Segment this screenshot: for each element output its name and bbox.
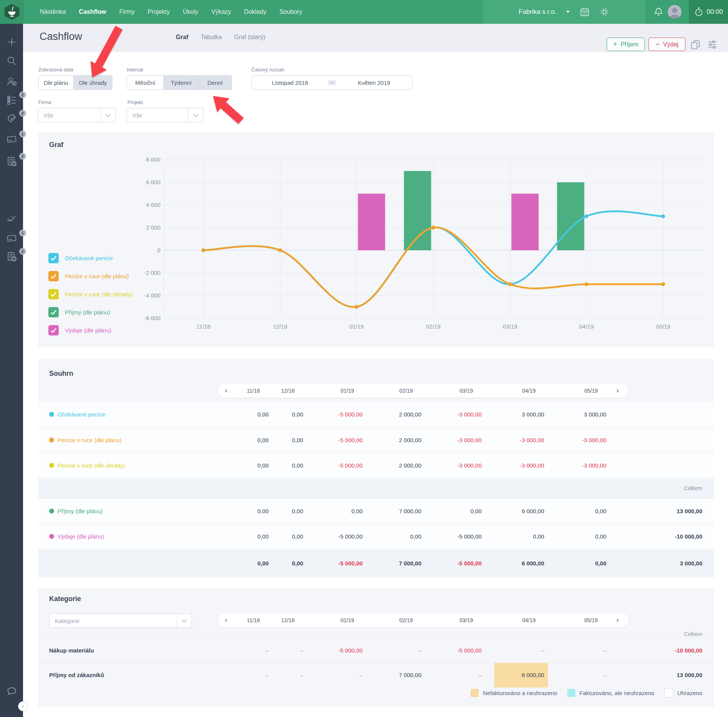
tab-tabulka[interactable]: Tabulka: [201, 34, 222, 41]
chart-panel: Graf Očekávané penízePeníze v ruce (dle …: [38, 132, 714, 347]
time-tracker[interactable]: 00:00: [689, 0, 728, 24]
celkem-header: Celkem: [684, 631, 702, 637]
row-dot: [49, 463, 54, 468]
company-selector[interactable]: Fabrika s.r.o.: [518, 8, 556, 16]
payment-legend-nefakturovano-a-neuhrazeno: Nefakturováno a neuhrazeno: [470, 689, 557, 697]
tab-graf-stary[interactable]: Graf (starý): [234, 34, 265, 41]
cell: -5 000,00: [297, 638, 363, 663]
data-mode-option-dle-planu[interactable]: Dle plánu: [39, 76, 73, 89]
gear-icon[interactable]: [599, 7, 610, 17]
workspace-band: Fabrika s.r.o.: [483, 0, 645, 24]
row-dot: [49, 438, 54, 443]
cell: 0,00: [541, 549, 606, 578]
sidebar-search-icon[interactable]: [0, 56, 23, 66]
cell: 0,00: [238, 453, 303, 478]
cell: -3 000,00: [416, 428, 482, 453]
nav-item-nastenka[interactable]: Nástěnka: [40, 8, 66, 15]
sidebar-add-person-icon[interactable]: [0, 76, 23, 87]
row-dot: [49, 509, 54, 514]
summary-title: Souhrn: [49, 370, 73, 378]
sidebar-expand-icon[interactable]: ›: [18, 701, 28, 711]
cashflow-chart[interactable]: 8 0006 0004 0002 0000-2 000-4 000-6 0001…: [130, 150, 714, 342]
chevron-down-icon[interactable]: [566, 10, 570, 13]
cell: 6 000,00: [479, 549, 544, 578]
summary-next-icon[interactable]: ›: [616, 384, 619, 398]
cell: 2 000,00: [356, 428, 421, 453]
nav-item-soubory[interactable]: Soubory: [279, 8, 302, 15]
sidebar-invoice-clock-icon[interactable]: 2: [0, 251, 23, 262]
badge: 2: [19, 110, 26, 117]
sidebar-chat-icon[interactable]: [0, 686, 23, 696]
add-expense-button[interactable]: − Výdaj: [649, 38, 685, 51]
sidebar-approve-check-icon[interactable]: [0, 214, 23, 224]
nav-item-projekty[interactable]: Projekty: [148, 8, 170, 15]
table-row-prijmy-dle-planu: Příjmy (dle plánu)0,000,000,007 000,000,…: [38, 498, 714, 524]
kategorie-select[interactable]: Kategorie: [49, 613, 192, 628]
cell: –: [416, 663, 482, 687]
summary-prev-icon[interactable]: ‹: [225, 384, 227, 398]
sidebar-card-icon[interactable]: 1: [0, 233, 23, 243]
firma-select[interactable]: Vše: [38, 108, 116, 122]
legend-checkbox-penize-v-ruce-dle-planu[interactable]: [48, 271, 59, 281]
data-mode-option-dle-uhrady[interactable]: Dle úhrady: [73, 76, 112, 89]
legend-swatch: [664, 689, 673, 697]
cell: 6 000,00: [479, 663, 544, 687]
summary-month-01-19: 01/19: [340, 384, 354, 398]
sidebar-approve-icon[interactable]: 2: [0, 113, 23, 124]
sliders-icon[interactable]: [707, 39, 718, 50]
sidebar-plus-icon[interactable]: [0, 37, 23, 47]
badge: 2: [19, 153, 26, 160]
calendar-icon[interactable]: [579, 7, 590, 17]
top-nav-bar: NástěnkaCashflowFirmyProjektyÚkolyVýkazy…: [0, 0, 728, 24]
interval-option-denni[interactable]: Denní: [198, 76, 231, 89]
sidebar-invoice-clock-icon[interactable]: 2: [0, 156, 23, 167]
cell: –: [297, 663, 363, 687]
tab-graf[interactable]: Graf: [176, 34, 188, 41]
celkem-header-band: Celkem: [38, 478, 714, 498]
nav-item-vykazy[interactable]: Výkazy: [211, 8, 231, 15]
projekt-select[interactable]: Vše: [127, 108, 203, 122]
cell: –: [356, 638, 421, 663]
nav-item-ukoly[interactable]: Úkoly: [183, 8, 198, 15]
row-label: Příjmy od zákazníků: [49, 663, 104, 687]
table-row-total: 0,000,00-5 000,007 000,00-5 000,006 000,…: [38, 549, 714, 578]
avatar[interactable]: [668, 5, 682, 19]
cell: -5 000,00: [297, 428, 363, 453]
cell: -5 000,00: [297, 402, 363, 427]
nav-item-doklady[interactable]: Doklady: [244, 8, 266, 15]
bell-icon[interactable]: [653, 6, 664, 18]
nav-item-cashflow[interactable]: Cashflow: [79, 8, 106, 15]
badge: 2: [19, 248, 26, 255]
copy-icon[interactable]: [690, 39, 701, 50]
data-mode-switch: Dle plánuDle úhrady: [38, 75, 112, 90]
summary-month-05-19: 05/19: [584, 384, 598, 398]
legend-checkbox-penize-v-ruce-dle-uhrady[interactable]: [48, 289, 59, 299]
legend-item-penize-v-ruce-dle-planu: Peníze v ruce (dle plánu): [48, 271, 129, 281]
add-income-button[interactable]: + Příjem: [607, 38, 645, 51]
legend-label: Výdaje (dle plánu): [65, 327, 111, 334]
legend-checkbox-vydaje-dle-planu[interactable]: [48, 325, 59, 335]
svg-text:4 000: 4 000: [146, 202, 160, 208]
categories-next-icon[interactable]: ›: [616, 613, 619, 627]
legend-checkbox-ocekavane-penize[interactable]: [48, 253, 59, 263]
chevron-down-icon: [177, 614, 191, 628]
categories-prev-icon[interactable]: ‹: [225, 613, 227, 627]
interval-option-mesicni[interactable]: Měsíční: [127, 76, 163, 89]
row-label: Peníze v ruce (dle úhrady): [58, 453, 125, 478]
legend-label: Nefakturováno a neuhrazeno: [483, 690, 557, 696]
table-row-prijmy-od-zakazniku: Příjmy od zákazníků–––7 000,00–6 000,00–…: [38, 662, 714, 687]
cell: –: [541, 638, 606, 663]
interval-option-tydenni[interactable]: Týdenní: [163, 76, 198, 89]
cell: -5 000,00: [297, 524, 363, 549]
legend-checkbox-prijmy-dle-planu[interactable]: [48, 307, 59, 317]
app-logo-icon[interactable]: [0, 0, 24, 24]
date-range-picker[interactable]: Listopad 2018 – Květen 2019: [251, 75, 413, 90]
sidebar-card-icon[interactable]: 1: [0, 134, 23, 144]
sidebar-tasks-icon[interactable]: 2: [0, 95, 23, 105]
badge: 2: [19, 91, 26, 98]
nav-item-firmy[interactable]: Firmy: [119, 8, 135, 15]
plus-icon: +: [613, 40, 617, 48]
cell: 6 000,00: [479, 499, 544, 524]
legend-label: Fakturováno, ale neuhrazeno: [579, 690, 654, 696]
cell: 3 000,00: [479, 402, 544, 427]
